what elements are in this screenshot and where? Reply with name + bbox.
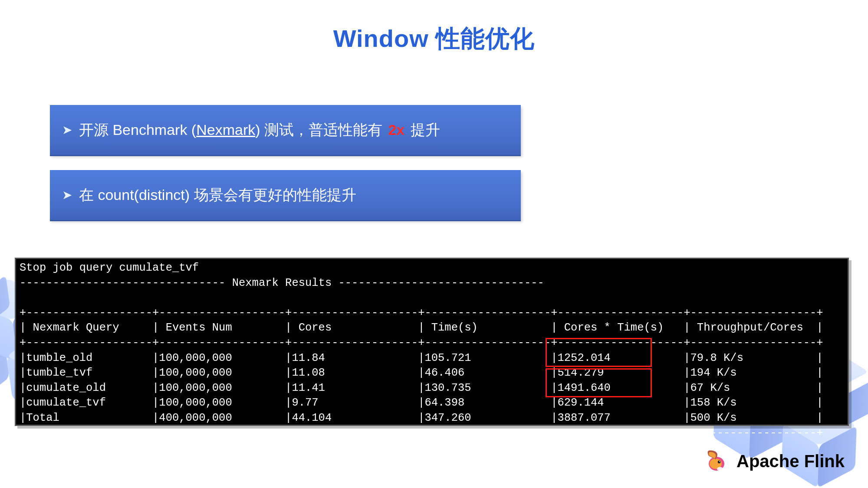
svg-point-4	[717, 467, 723, 471]
highlight-box-cumulate	[546, 368, 652, 397]
table-row: |cumulate_tvf |100,000,000 |9.77 |64.398…	[20, 396, 823, 409]
terminal-columns: | Nexmark Query | Events Num | Cores | T…	[20, 321, 823, 334]
table-row: |cumulate_old |100,000,000 |11.41 |130.7…	[20, 382, 823, 394]
terminal-header-line: ------------------------------- Nexmark …	[20, 277, 544, 289]
flink-squirrel-icon	[703, 446, 730, 476]
svg-point-2	[718, 461, 720, 463]
terminal-stop-line: Stop job query cumulate_tvf	[20, 262, 199, 274]
table-row: |Total |400,000,000 |44.104 |347.260 |38…	[20, 412, 823, 424]
table-row: |tumble_old |100,000,000 |11.84 |105.721…	[20, 352, 823, 364]
nexmark-link[interactable]: Nexmark	[196, 121, 255, 138]
svg-point-3	[719, 461, 720, 462]
bullet1-text: 开源 Benchmark (Nexmark) 测试，普适性能有 2x 提升	[79, 120, 440, 140]
footer-brand: Apache Flink	[703, 446, 845, 476]
terminal-sep: +-------------------+-------------------…	[20, 427, 823, 439]
bullet-banner-1: ➤ 开源 Benchmark (Nexmark) 测试，普适性能有 2x 提升	[50, 105, 521, 155]
bullet-arrow-icon: ➤	[62, 188, 72, 202]
terminal-sep: +-------------------+-------------------…	[20, 337, 823, 349]
bullet-arrow-icon: ➤	[62, 123, 72, 137]
terminal-output: Stop job query cumulate_tvf ------------…	[15, 258, 849, 426]
bullet2-text: 在 count(distinct) 场景会有更好的性能提升	[79, 185, 356, 205]
slide-title: Window 性能优化	[0, 23, 868, 56]
footer-brand-text: Apache Flink	[736, 452, 845, 471]
bullet1-highlight: 2x	[388, 121, 404, 138]
table-row: |tumble_tvf |100,000,000 |11.08 |46.406 …	[20, 367, 823, 379]
highlight-box-tumble	[546, 338, 652, 367]
bullet-banner-2: ➤ 在 count(distinct) 场景会有更好的性能提升	[50, 170, 521, 220]
terminal-sep: +-------------------+-------------------…	[20, 307, 823, 319]
